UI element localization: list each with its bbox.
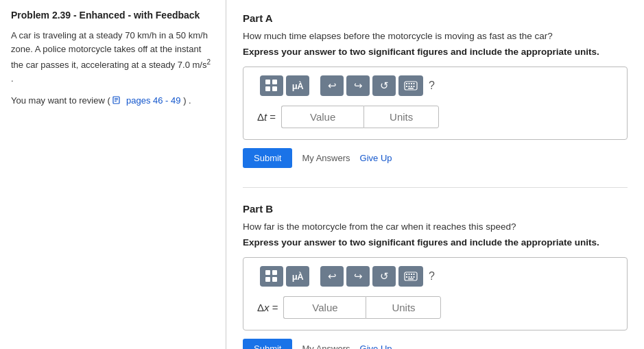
- part-a-value-input[interactable]: [281, 106, 363, 128]
- part-b-keyboard-btn[interactable]: [398, 266, 423, 287]
- grid-icon-b: [265, 270, 278, 282]
- part-b-units-input[interactable]: [366, 296, 441, 319]
- part-a-template-btn[interactable]: [260, 75, 283, 96]
- svg-rect-19: [406, 276, 407, 278]
- svg-rect-16: [409, 274, 410, 275]
- part-a-reset-btn[interactable]: ↺: [372, 75, 396, 96]
- page-icon: [112, 96, 122, 104]
- part-a-question: How much time elapses before the motorcy…: [243, 31, 628, 41]
- part-a-help-btn[interactable]: ?: [426, 80, 438, 92]
- problem-body: A car is traveling at a steady 70 km/h i…: [11, 30, 211, 84]
- svg-rect-15: [406, 274, 407, 275]
- svg-rect-10: [409, 86, 410, 87]
- part-a-toolbar: μÀ ↩ ↪ ↺: [260, 75, 616, 96]
- part-a-action-row: Submit My Answers Give Up: [243, 148, 628, 168]
- part-b-section: Part B How far is the motorcycle from th…: [243, 203, 628, 349]
- part-divider: [243, 187, 628, 188]
- svg-rect-21: [411, 276, 412, 278]
- part-a-undo-btn[interactable]: ↩: [320, 75, 344, 96]
- svg-rect-13: [408, 88, 414, 89]
- part-b-answer-container: μÀ ↩ ↪ ↺: [243, 257, 628, 330]
- review-text: You may want to review ( pages 46 - 49 )…: [11, 95, 215, 106]
- part-a-input-row: Δt =: [257, 106, 616, 128]
- grid-icon: [265, 80, 278, 92]
- part-b-undo-btn[interactable]: ↩: [320, 266, 344, 287]
- svg-rect-12: [414, 86, 415, 87]
- svg-rect-8: [414, 83, 415, 84]
- part-b-submit-button[interactable]: Submit: [243, 339, 292, 349]
- svg-rect-1: [115, 98, 118, 99]
- part-b-delta-label: Δx =: [257, 302, 278, 313]
- part-a-delta-label: Δt =: [257, 111, 276, 123]
- right-panel: Part A How much time elapses before the …: [226, 0, 644, 349]
- svg-rect-23: [408, 278, 414, 280]
- grid-cell-3: [265, 86, 270, 91]
- svg-rect-7: [411, 83, 412, 84]
- part-b-title: Part B: [243, 203, 628, 215]
- svg-rect-2: [115, 99, 118, 100]
- problem-text: A car is traveling at a steady 70 km/h i…: [11, 29, 215, 86]
- svg-rect-11: [411, 86, 412, 87]
- part-a-keyboard-btn[interactable]: [398, 75, 423, 96]
- svg-rect-6: [409, 83, 410, 84]
- left-panel: Problem 2.39 - Enhanced - with Feedback …: [0, 0, 226, 349]
- review-link[interactable]: pages 46 - 49: [112, 95, 183, 106]
- grid-cell-1: [265, 80, 270, 84]
- part-b-toolbar: μÀ ↩ ↪ ↺: [260, 266, 616, 287]
- part-a-give-up-link[interactable]: Give Up: [360, 153, 392, 163]
- keyboard-icon: [404, 81, 418, 91]
- keyboard-icon-b: [404, 272, 418, 281]
- grid-cell-b2: [272, 270, 277, 275]
- part-b-help-btn[interactable]: ?: [426, 270, 438, 282]
- svg-rect-22: [414, 276, 415, 278]
- problem-title: Problem 2.39 - Enhanced - with Feedback: [11, 10, 215, 21]
- svg-rect-20: [409, 276, 410, 278]
- part-b-give-up-link[interactable]: Give Up: [360, 344, 392, 349]
- grid-cell-b1: [265, 270, 270, 275]
- part-a-my-answers-link[interactable]: My Answers: [302, 153, 350, 163]
- svg-rect-17: [411, 274, 412, 275]
- part-a-submit-button[interactable]: Submit: [243, 148, 292, 168]
- part-a-section: Part A How much time elapses before the …: [243, 12, 628, 168]
- grid-cell-b3: [265, 277, 270, 282]
- part-b-question: How far is the motorcycle from the car w…: [243, 221, 628, 232]
- part-b-input-row: Δx =: [257, 296, 616, 319]
- grid-cell-2: [272, 80, 277, 84]
- part-b-action-row: Submit My Answers Give Up: [243, 339, 628, 349]
- svg-rect-18: [414, 274, 415, 275]
- part-a-instruction: Express your answer to two significant f…: [243, 47, 628, 57]
- part-b-mu-btn[interactable]: μÀ: [286, 266, 309, 287]
- part-b-my-answers-link[interactable]: My Answers: [302, 344, 350, 349]
- review-link-text: pages 46 - 49: [126, 95, 181, 106]
- part-b-reset-btn[interactable]: ↺: [372, 266, 396, 287]
- part-b-instruction: Express your answer to two significant f…: [243, 237, 628, 248]
- part-b-redo-btn[interactable]: ↪: [346, 266, 370, 287]
- part-a-units-input[interactable]: [363, 106, 439, 128]
- part-b-value-input[interactable]: [283, 296, 366, 319]
- svg-rect-9: [406, 86, 407, 87]
- grid-cell-b4: [272, 277, 277, 282]
- svg-rect-5: [406, 83, 407, 84]
- part-a-title: Part A: [243, 12, 628, 24]
- svg-rect-3: [115, 101, 117, 101]
- part-a-mu-btn[interactable]: μÀ: [286, 75, 309, 96]
- part-a-redo-btn[interactable]: ↪: [346, 75, 370, 96]
- grid-cell-4: [272, 86, 277, 91]
- part-b-template-btn[interactable]: [260, 266, 283, 287]
- part-a-answer-container: μÀ ↩ ↪ ↺: [243, 67, 628, 140]
